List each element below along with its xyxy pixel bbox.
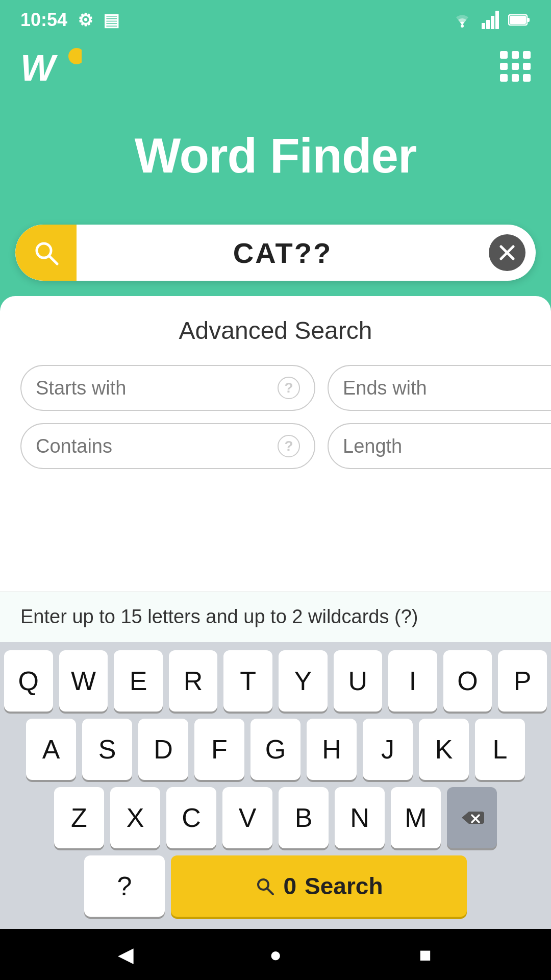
key-a[interactable]: A	[26, 719, 76, 780]
advanced-search-title: Advanced Search	[20, 316, 531, 345]
ends-with-input[interactable]	[343, 377, 551, 399]
svg-point-9	[68, 48, 82, 64]
key-i[interactable]: I	[388, 650, 437, 712]
length-input[interactable]	[343, 435, 551, 457]
key-d[interactable]: D	[138, 719, 188, 780]
key-y[interactable]: Y	[279, 650, 328, 712]
advanced-search-panel: Advanced Search ? ? ? ?	[0, 296, 551, 591]
svg-line-11	[49, 256, 57, 264]
back-icon: ◀	[118, 943, 134, 966]
key-s[interactable]: S	[82, 719, 132, 780]
key-q[interactable]: Q	[4, 650, 53, 712]
key-u[interactable]: U	[334, 650, 383, 712]
search-icon	[33, 239, 59, 266]
svg-point-0	[461, 24, 464, 28]
contains-input[interactable]	[36, 435, 278, 457]
keyboard-row-4: ? 0 Search	[4, 855, 547, 917]
key-t[interactable]: T	[223, 650, 272, 712]
ends-with-field[interactable]: ?	[328, 365, 551, 411]
logo: W	[20, 46, 82, 87]
key-v[interactable]: V	[222, 787, 272, 848]
key-b[interactable]: B	[279, 787, 329, 848]
search-icon-button[interactable]	[15, 225, 77, 281]
search-button-icon	[255, 876, 275, 896]
key-f[interactable]: F	[194, 719, 244, 780]
recent-icon: ■	[419, 943, 431, 966]
svg-rect-7	[527, 18, 530, 22]
key-o[interactable]: O	[443, 650, 492, 712]
key-n[interactable]: N	[335, 787, 385, 848]
search-bar	[15, 225, 536, 281]
nav-bar: ◀ ● ■	[0, 929, 551, 980]
key-x[interactable]: X	[110, 787, 160, 848]
back-button[interactable]: ◀	[111, 939, 141, 970]
contains-help-icon[interactable]: ?	[278, 435, 300, 457]
key-h[interactable]: H	[307, 719, 357, 780]
key-j[interactable]: J	[363, 719, 413, 780]
key-m[interactable]: M	[391, 787, 441, 848]
svg-rect-1	[482, 23, 485, 29]
keyboard-row-1: Q W E R T Y U I O P	[4, 650, 547, 712]
grid-menu-icon[interactable]	[500, 51, 531, 82]
status-left: 10:54 ⚙ ▤	[20, 9, 119, 31]
svg-text:W: W	[20, 47, 58, 87]
key-e[interactable]: E	[114, 650, 163, 712]
filter-row-1: ? ?	[20, 365, 531, 411]
settings-icon: ⚙	[78, 10, 93, 30]
keyboard: Q W E R T Y U I O P A S D F G H J K L Z …	[0, 642, 551, 929]
recent-button[interactable]: ■	[410, 939, 440, 970]
home-icon: ●	[269, 943, 282, 966]
filter-row-2: ? ?	[20, 423, 531, 469]
key-wildcard[interactable]: ?	[84, 855, 165, 917]
length-field[interactable]: ?	[328, 423, 551, 469]
key-backspace[interactable]	[447, 787, 497, 848]
clear-icon	[498, 243, 516, 262]
starts-with-field[interactable]: ?	[20, 365, 315, 411]
svg-rect-6	[510, 16, 526, 24]
wifi-icon	[451, 11, 473, 29]
key-g[interactable]: G	[251, 719, 300, 780]
sd-card-icon: ▤	[103, 10, 119, 30]
svg-rect-2	[486, 20, 490, 29]
search-bar-container	[0, 225, 551, 281]
status-time: 10:54	[20, 9, 67, 31]
key-r[interactable]: R	[169, 650, 218, 712]
page-title: Word Finder	[20, 128, 531, 184]
starts-with-help-icon[interactable]: ?	[278, 377, 300, 399]
home-button[interactable]: ●	[260, 939, 291, 970]
keyboard-row-3: Z X C V B N M	[4, 787, 547, 848]
main-search-input[interactable]	[77, 236, 489, 270]
key-l[interactable]: L	[475, 719, 525, 780]
svg-rect-4	[495, 11, 499, 29]
header: W	[0, 36, 551, 97]
backspace-icon	[460, 808, 484, 827]
key-p[interactable]: P	[498, 650, 547, 712]
key-z[interactable]: Z	[54, 787, 104, 848]
keyboard-row-2: A S D F G H J K L	[4, 719, 547, 780]
clear-button[interactable]	[489, 234, 525, 271]
battery-icon	[508, 13, 531, 27]
key-k[interactable]: K	[419, 719, 469, 780]
status-bar: 10:54 ⚙ ▤	[0, 0, 551, 36]
search-button-count: 0	[283, 872, 296, 900]
title-section: Word Finder	[0, 97, 551, 225]
signal-icon	[482, 11, 500, 29]
hint-bar: Enter up to 15 letters and up to 2 wildc…	[0, 591, 551, 642]
app-logo: W	[20, 46, 82, 87]
search-button[interactable]: 0 Search	[171, 855, 467, 917]
key-c[interactable]: C	[166, 787, 216, 848]
key-w[interactable]: W	[59, 650, 108, 712]
search-button-label: Search	[305, 872, 383, 900]
svg-line-17	[267, 888, 273, 894]
contains-field[interactable]: ?	[20, 423, 315, 469]
hint-text: Enter up to 15 letters and up to 2 wildc…	[20, 606, 418, 627]
svg-rect-3	[491, 16, 494, 29]
starts-with-input[interactable]	[36, 377, 278, 399]
status-right	[451, 11, 531, 29]
